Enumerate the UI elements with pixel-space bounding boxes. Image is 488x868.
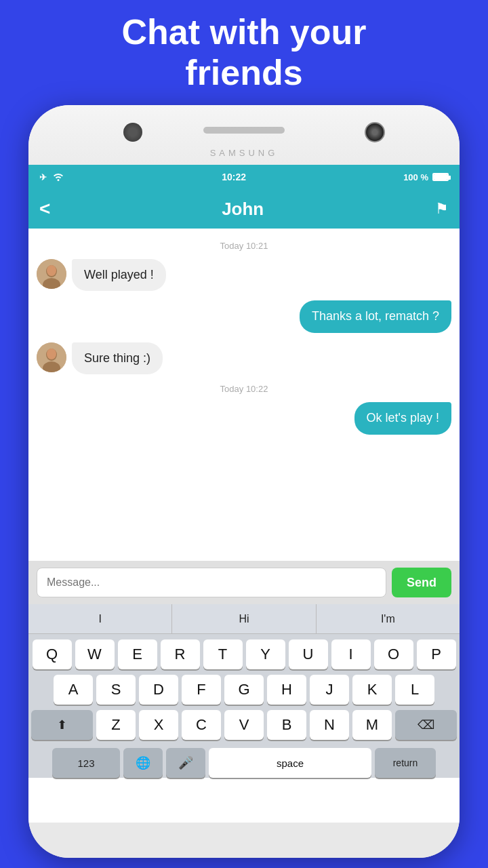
bubble-sent: Thanks a lot, rematch ? [300,300,451,332]
key-z[interactable]: Z [96,710,136,740]
key-l[interactable]: L [395,675,434,705]
key-t[interactable]: T [203,639,243,669]
status-bar: ✈ 10:22 100 % [28,165,460,189]
key-space[interactable]: space [209,748,371,778]
suggestion-im[interactable]: I'm [317,604,460,633]
status-time: 10:22 [222,172,246,182]
chat-area: Today 10:21 Well played ! [28,229,460,561]
keyboard-bottom-row: 123 🌐 🎤 space return [28,748,460,778]
key-p[interactable]: P [417,639,456,669]
phone-shell: SAMSUNG ✈ 10:22 100 % < [28,105,460,858]
key-j[interactable]: J [310,675,349,705]
bubble-received: Well played ! [72,259,166,291]
bubble-sent: Ok let's play ! [354,402,451,434]
key-h[interactable]: H [267,675,306,705]
phone-bezel-top: SAMSUNG [28,105,460,165]
status-right-icons: 100 % [403,172,449,182]
bubble-received: Sure thing :) [72,342,163,374]
timestamp-1: Today 10:21 [37,241,451,251]
message-row: Sure thing :) [37,342,451,374]
key-g[interactable]: G [224,675,264,705]
key-a[interactable]: A [54,675,93,705]
key-c[interactable]: C [182,710,221,740]
key-d[interactable]: D [139,675,178,705]
battery-percent: 100 % [403,172,428,182]
key-n[interactable]: N [310,710,349,740]
phone-screen: ✈ 10:22 100 % < John ⚑ [28,165,460,823]
key-f[interactable]: F [182,675,221,705]
phone-bottom-bezel [28,823,460,858]
keyboard-suggestions: I Hi I'm [28,604,460,634]
key-mic[interactable]: 🎤 [166,748,205,778]
timestamp-2: Today 10:22 [37,384,451,394]
message-row: Well played ! [37,259,451,291]
input-area: Send [28,561,460,604]
svg-point-7 [47,349,56,359]
message-row: Ok let's play ! [37,402,451,434]
keyboard: I Hi I'm Q W E R T Y U I O [28,604,460,778]
status-left-icons: ✈ [39,172,64,183]
key-backspace[interactable]: ⌫ [395,710,457,740]
send-button[interactable]: Send [392,568,451,597]
avatar [37,259,66,289]
samsung-label: SAMSUNG [210,148,279,158]
key-k[interactable]: K [352,675,392,705]
page-title: Chat with your friends [0,0,488,100]
message-row: Thanks a lot, rematch ? [37,300,451,332]
chat-header: < John ⚑ [28,189,460,229]
suggestion-hi[interactable]: Hi [172,604,316,633]
key-y[interactable]: Y [246,639,285,669]
keyboard-row-3: ⬆ Z X C V B N M ⌫ [31,710,457,740]
phone-speaker [203,127,285,134]
battery-icon [432,173,449,181]
avatar [37,342,66,372]
key-q[interactable]: Q [33,639,72,669]
message-input[interactable] [37,568,386,597]
key-123[interactable]: 123 [52,748,120,778]
back-button[interactable]: < [39,198,50,220]
wifi-icon [52,172,64,183]
key-v[interactable]: V [224,710,264,740]
page-background: Chat with your friends SAMSUNG ✈ 10:22 [0,0,488,100]
key-shift[interactable]: ⬆ [31,710,93,740]
key-globe[interactable]: 🌐 [123,748,163,778]
key-r[interactable]: R [161,639,200,669]
keyboard-row-1: Q W E R T Y U I O P [31,639,457,669]
key-o[interactable]: O [374,639,413,669]
airplane-icon: ✈ [39,172,47,182]
key-m[interactable]: M [352,710,392,740]
key-i[interactable]: I [331,639,371,669]
front-camera-right [365,122,385,142]
front-camera-left [123,123,142,142]
key-s[interactable]: S [96,675,136,705]
key-return[interactable]: return [375,748,436,778]
key-u[interactable]: U [289,639,328,669]
key-e[interactable]: E [118,639,157,669]
key-w[interactable]: W [75,639,115,669]
keyboard-row-2: A S D F G H J K L [31,675,457,705]
flag-button[interactable]: ⚑ [435,200,449,218]
keyboard-rows: Q W E R T Y U I O P A S [28,634,460,748]
key-b[interactable]: B [267,710,306,740]
svg-point-3 [47,265,56,276]
key-x[interactable]: X [139,710,178,740]
chat-contact-name: John [222,199,264,220]
suggestion-i[interactable]: I [28,604,172,633]
